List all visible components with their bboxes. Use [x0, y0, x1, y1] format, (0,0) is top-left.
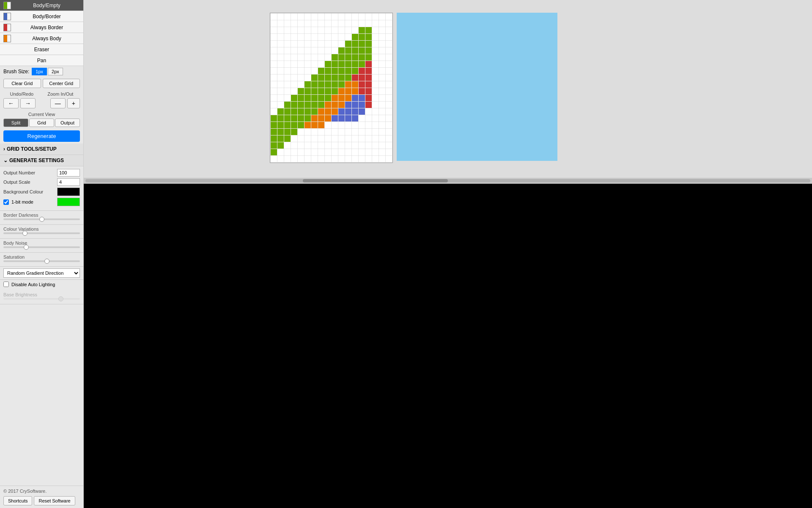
background-colour-picker[interactable]: [57, 188, 80, 196]
body-noise-track[interactable]: [3, 246, 80, 248]
footer: © 2017 CrySoftware. Shortcuts Reset Soft…: [0, 486, 83, 508]
tool-pan-label: Pan: [3, 58, 80, 64]
base-brightness-label: Base Brightness: [3, 292, 80, 297]
tool-always-body[interactable]: Always Body: [0, 33, 83, 44]
current-view-label: Current View: [28, 112, 55, 117]
zoom-out-button[interactable]: —: [50, 98, 66, 108]
tool-body-border-label: Body/Border: [14, 14, 80, 19]
undo-button[interactable]: ←: [3, 98, 19, 108]
border-darkness-section: Border Darkness: [0, 211, 83, 225]
colour-variations-track[interactable]: [3, 232, 80, 234]
regenerate-button[interactable]: Regenerate: [3, 130, 80, 142]
body-noise-section: Body Noise: [0, 239, 83, 253]
tool-always-border[interactable]: Always Border: [0, 22, 83, 33]
saturation-thumb[interactable]: [44, 259, 49, 264]
output-scale-input[interactable]: [57, 178, 80, 186]
pixel-grid-editor[interactable]: [270, 13, 393, 163]
auto-lighting-label: Disable Auto Lighting: [11, 282, 55, 287]
body-noise-label: Body Noise: [3, 240, 80, 246]
tool-body-empty-label: Body/Empty: [14, 3, 80, 8]
copyright-text: © 2017 CrySoftware.: [3, 489, 80, 494]
generate-settings-chevron: ⌄: [3, 157, 8, 163]
colour-variations-label: Colour Variations: [3, 226, 80, 232]
output-scale-label: Output Scale: [3, 179, 57, 185]
footer-buttons: Shortcuts Reset Software: [3, 496, 80, 505]
grid-tools-label: GRID TOOLS/SETUP: [7, 146, 57, 152]
canvas-area: [84, 0, 812, 178]
base-brightness-section: Base Brightness: [0, 290, 83, 304]
scrollbar-track[interactable]: [85, 179, 810, 182]
saturation-track[interactable]: [3, 260, 80, 262]
onebit-label: 1-bit mode: [11, 199, 33, 204]
output-number-row: Output Number: [3, 169, 80, 177]
current-view-label-row: Current View: [0, 110, 83, 118]
colour-variations-section: Colour Variations: [0, 225, 83, 239]
saturation-label: Saturation: [3, 254, 80, 260]
onebit-color-picker[interactable]: [57, 198, 80, 206]
tool-eraser-label: Eraser: [3, 47, 80, 52]
onebit-row: 1-bit mode: [3, 198, 80, 206]
shortcuts-button[interactable]: Shortcuts: [3, 496, 32, 505]
output-preview: [397, 13, 557, 161]
tool-body-empty[interactable]: Body/Empty: [0, 0, 83, 11]
output-sprites-area: [84, 184, 812, 508]
brush-2px-button[interactable]: 2px: [48, 68, 63, 75]
brush-size-row: Brush Size: 1px 2px: [0, 66, 83, 77]
reset-software-button[interactable]: Reset Software: [34, 496, 75, 505]
onebit-checkbox[interactable]: [3, 199, 9, 205]
output-number-input[interactable]: [57, 169, 80, 177]
border-darkness-track[interactable]: [3, 218, 80, 220]
auto-lighting-row: Disable Auto Lighting: [0, 280, 83, 290]
tool-body-border[interactable]: Body/Border: [0, 11, 83, 22]
auto-lighting-checkbox-row: Disable Auto Lighting: [3, 282, 80, 287]
always-border-swatch: [3, 24, 11, 31]
redo-button[interactable]: →: [20, 98, 36, 108]
tool-always-body-label: Always Body: [14, 36, 80, 41]
generate-settings-header[interactable]: ⌄ GENERATE SETTINGS: [0, 155, 83, 166]
view-split-button[interactable]: Split: [3, 119, 28, 127]
clear-grid-button[interactable]: Clear Grid: [3, 79, 41, 88]
gradient-direction-select[interactable]: Random Gradient Direction Top to Bottom …: [3, 268, 80, 278]
undo-redo-label-row: Undo/Redo Zoom In/Out: [0, 90, 83, 97]
base-brightness-thumb: [58, 296, 63, 301]
view-buttons-row: Split Grid Output: [0, 118, 83, 129]
gradient-direction-row: Random Gradient Direction Top to Bottom …: [0, 267, 83, 280]
tool-pan[interactable]: Pan: [0, 55, 83, 66]
tool-eraser[interactable]: Eraser: [0, 44, 83, 55]
tool-always-border-label: Always Border: [14, 25, 80, 30]
colour-variations-thumb[interactable]: [22, 231, 27, 236]
background-colour-row: Background Colour: [3, 188, 80, 196]
view-output-button[interactable]: Output: [55, 119, 80, 127]
background-colour-label: Background Colour: [3, 189, 57, 194]
border-darkness-thumb[interactable]: [39, 217, 44, 222]
body-noise-thumb[interactable]: [24, 245, 29, 250]
body-empty-swatch: [3, 2, 11, 9]
undo-redo-zoom-row: ← → — +: [0, 97, 83, 110]
scrollbar-thumb[interactable]: [303, 179, 448, 182]
base-brightness-track: [3, 298, 80, 300]
view-grid-button[interactable]: Grid: [29, 119, 54, 127]
grid-tools-chevron: ›: [3, 146, 5, 152]
settings-section: Output Number Output Scale Background Co…: [0, 166, 83, 211]
auto-lighting-checkbox[interactable]: [3, 282, 9, 287]
grid-tools-header[interactable]: › GRID TOOLS/SETUP: [0, 144, 83, 155]
brush-size-label: Brush Size:: [3, 69, 29, 75]
output-scale-row: Output Scale: [3, 178, 80, 186]
always-body-swatch: [3, 35, 11, 42]
generate-settings-label: GENERATE SETTINGS: [9, 157, 64, 163]
zoom-in-button[interactable]: +: [67, 98, 80, 108]
zoom-label: Zoom In/Out: [47, 91, 73, 97]
body-border-swatch: [3, 13, 11, 20]
grid-action-row: Clear Grid Center Grid: [0, 77, 83, 90]
horizontal-scrollbar[interactable]: [84, 178, 812, 184]
output-number-label: Output Number: [3, 170, 57, 175]
saturation-section: Saturation: [0, 253, 83, 267]
brush-1px-button[interactable]: 1px: [32, 68, 47, 75]
undo-redo-label: Undo/Redo: [10, 91, 34, 97]
center-grid-button[interactable]: Center Grid: [43, 79, 80, 88]
